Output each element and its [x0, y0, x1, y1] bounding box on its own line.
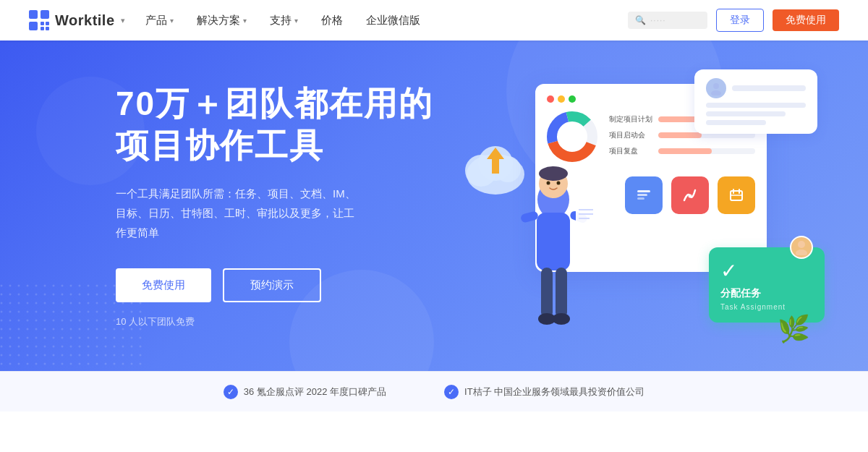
- bottom-item-1: ✓ 36 氪企服点评 2022 年度口碑产品: [224, 385, 386, 399]
- hero-section: 70万＋团队都在用的 项目协作工具 一个工具满足团队所需：任务、项目、文档、IM…: [0, 40, 868, 371]
- svg-point-43: [557, 182, 561, 185]
- svg-point-21: [689, 195, 692, 198]
- assign-subtitle: Task Assignment: [720, 303, 813, 311]
- chat-line-1: [706, 103, 806, 108]
- hero-illustration: 制定项目计划 项目启动会 项目复盘: [448, 62, 825, 351]
- hero-buttons: 免费使用 预约演示: [116, 268, 433, 302]
- chat-name-line: [732, 85, 806, 91]
- svg-rect-4: [46, 22, 49, 25]
- nav-solutions[interactable]: 解决方案 ▾: [197, 14, 247, 27]
- worktile-logo-icon: [29, 10, 49, 30]
- hero-demo-button[interactable]: 预约演示: [223, 268, 321, 302]
- svg-rect-20: [637, 197, 644, 200]
- svg-rect-32: [520, 210, 539, 223]
- bottom-text-2: IT桔子 中国企业服务领域最具投资价值公司: [464, 385, 644, 398]
- svg-rect-6: [46, 27, 49, 30]
- hero-title: 70万＋团队都在用的 项目协作工具: [116, 83, 433, 166]
- navbar: Worktile ▾ 产品 ▾ 解决方案 ▾ 支持 ▾ 价格 企业微信版 🔍 ·…: [0, 0, 868, 40]
- nav-support[interactable]: 支持 ▾: [270, 14, 298, 27]
- icon-tile-tasks: [625, 176, 663, 214]
- chat-bubble-card: [694, 69, 817, 134]
- chat-line-2: [706, 111, 786, 116]
- svg-rect-19: [637, 194, 647, 196]
- login-button[interactable]: 登录: [716, 9, 764, 32]
- logo[interactable]: Worktile: [29, 10, 115, 30]
- logo-text: Worktile: [55, 12, 115, 29]
- chat-avatar-row: [706, 78, 806, 98]
- hero-free-button[interactable]: 免费使用: [116, 268, 211, 302]
- bottom-text-1: 36 氪企服点评 2022 年度口碑产品: [244, 385, 386, 398]
- svg-rect-5: [41, 27, 44, 30]
- svg-point-26: [713, 83, 719, 89]
- icon-tile-chart: [671, 176, 709, 214]
- nav-products[interactable]: 产品 ▾: [145, 14, 174, 27]
- search-icon: 🔍: [635, 15, 646, 25]
- solutions-arrow-icon: ▾: [243, 17, 247, 25]
- svg-point-30: [539, 166, 568, 181]
- task-item-3: 项目复盘: [609, 146, 755, 156]
- icon-tile-calendar: [718, 176, 755, 214]
- dot-green: [569, 95, 576, 103]
- check-icon: ✓: [720, 259, 813, 283]
- search-bar: 🔍 ·····: [628, 12, 707, 29]
- pie-chart: [547, 111, 597, 165]
- assign-title: 分配任务: [720, 287, 813, 300]
- svg-point-41: [553, 313, 570, 325]
- person-figure: [506, 163, 608, 351]
- nav-links: 产品 ▾ 解决方案 ▾ 支持 ▾ 价格 企业微信版: [145, 14, 628, 27]
- svg-rect-31: [537, 213, 570, 270]
- chat-lines: [706, 103, 806, 125]
- nav-price[interactable]: 价格: [321, 14, 343, 27]
- hero-content: 70万＋团队都在用的 项目协作工具 一个工具满足团队所需：任务、项目、文档、IM…: [0, 83, 433, 328]
- svg-rect-1: [41, 10, 49, 19]
- svg-rect-3: [41, 22, 44, 25]
- bottom-item-2: ✓ IT桔子 中国企业服务领域最具投资价值公司: [444, 385, 644, 399]
- free-nav-button[interactable]: 免费使用: [773, 9, 839, 31]
- svg-rect-39: [556, 268, 567, 318]
- svg-point-45: [796, 250, 807, 255]
- nav-wechat[interactable]: 企业微信版: [366, 14, 420, 27]
- svg-rect-0: [29, 10, 38, 19]
- plant-decoration: 🌿: [778, 314, 810, 344]
- svg-point-44: [798, 241, 805, 248]
- check-circle-2: ✓: [444, 385, 459, 399]
- chat-avatar: [706, 78, 726, 98]
- nav-right: 🔍 ····· 登录 免费使用: [628, 9, 839, 32]
- check-circle-1: ✓: [224, 385, 238, 399]
- support-arrow-icon: ▾: [294, 17, 298, 25]
- svg-rect-34: [576, 204, 596, 230]
- svg-rect-18: [637, 190, 650, 192]
- chat-line-3: [706, 120, 766, 125]
- bottom-bar: ✓ 36 氪企服点评 2022 年度口碑产品 ✓ IT桔子 中国企业服务领域最具…: [0, 371, 868, 412]
- svg-rect-2: [29, 22, 38, 30]
- logo-dropdown-arrow[interactable]: ▾: [121, 16, 125, 25]
- hero-note: 10 人以下团队免费: [116, 315, 433, 328]
- dot-red: [547, 95, 554, 103]
- dot-yellow: [558, 95, 565, 103]
- products-arrow-icon: ▾: [170, 17, 174, 25]
- task-assign-card: ✓ 分配任务 Task Assignment: [709, 247, 825, 323]
- svg-point-27: [711, 90, 721, 95]
- svg-point-42: [547, 182, 550, 185]
- hero-subtitle: 一个工具满足团队所需：任务、项目、文档、IM、目标、日历、甘特图、工时、审批以及…: [116, 184, 362, 242]
- assign-avatar: [790, 236, 813, 259]
- svg-rect-38: [541, 268, 553, 318]
